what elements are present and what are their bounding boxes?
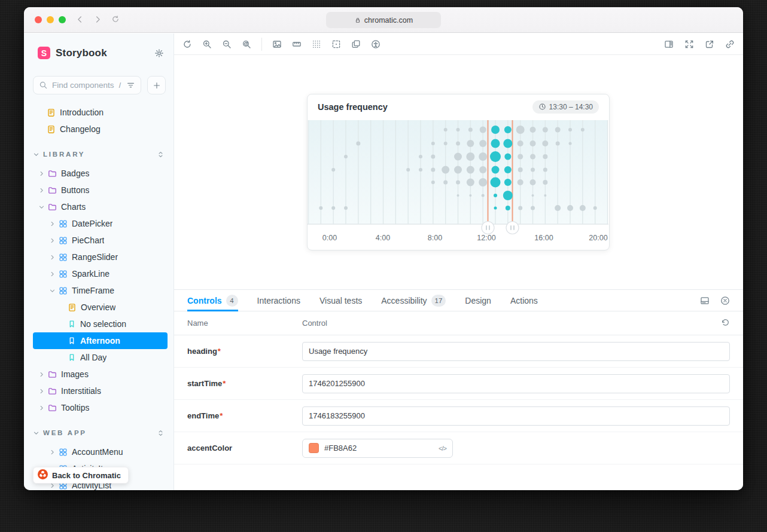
search-icon xyxy=(39,81,48,90)
startTime-input[interactable]: 1746201255900 xyxy=(302,374,730,393)
sidebar-section-library[interactable]: LIBRARY xyxy=(33,146,168,163)
zoom-out-button[interactable] xyxy=(222,39,232,49)
tab-visual-tests[interactable]: Visual tests xyxy=(319,290,362,311)
fullscreen-button[interactable] xyxy=(684,39,694,49)
sidebar-item-label: Introduction xyxy=(60,108,104,117)
usage-dot xyxy=(454,153,462,161)
viewports-button[interactable] xyxy=(351,39,361,49)
endTime-input[interactable]: 1746183255900 xyxy=(302,406,730,426)
create-story-button[interactable] xyxy=(147,76,166,94)
address-bar[interactable]: chromatic.com xyxy=(326,12,441,28)
sidebar-section-web-app[interactable]: WEB APP xyxy=(33,424,168,441)
usage-dot xyxy=(544,194,546,197)
usage-dot xyxy=(457,194,459,197)
usage-dot xyxy=(431,168,435,172)
close-window-button[interactable] xyxy=(35,16,42,23)
usage-dot-selected xyxy=(504,166,512,173)
remount-button[interactable] xyxy=(182,39,192,49)
usage-dot xyxy=(530,154,535,160)
outline-button[interactable] xyxy=(331,39,341,49)
color-value: #FB8A62 xyxy=(324,444,433,452)
backgrounds-button[interactable] xyxy=(272,39,282,49)
minimize-window-button[interactable] xyxy=(47,16,54,23)
filter-icon[interactable] xyxy=(126,81,135,90)
chevron-right-icon[interactable] xyxy=(48,254,56,261)
sidebar-item-overview[interactable]: Overview xyxy=(33,299,168,316)
zoom-window-button[interactable] xyxy=(59,16,66,23)
chevron-right-icon[interactable] xyxy=(48,271,56,277)
sidebar-item-datepicker[interactable]: DatePicker xyxy=(33,215,168,232)
usage-dot xyxy=(442,166,449,174)
usage-dot xyxy=(567,205,573,211)
sidebar-item-tooltips[interactable]: Tooltips xyxy=(33,399,168,416)
color-swatch[interactable] xyxy=(309,443,319,453)
zoom-reset-button[interactable] xyxy=(242,39,251,49)
usage-dot xyxy=(468,128,473,132)
tab-actions[interactable]: Actions xyxy=(510,290,538,311)
close-button[interactable] xyxy=(720,296,730,305)
accentColor-color-input[interactable]: #FB8A62</> xyxy=(302,439,453,458)
grid-button[interactable] xyxy=(312,39,321,49)
forward-icon[interactable] xyxy=(93,15,102,24)
range-slider-handle[interactable] xyxy=(482,222,494,234)
gear-icon[interactable] xyxy=(154,48,164,58)
sidebar-item-afternoon[interactable]: Afternoon xyxy=(33,332,168,349)
panel-button[interactable] xyxy=(664,39,674,49)
chevron-right-icon[interactable] xyxy=(37,371,45,378)
sidebar-item-buttons[interactable]: Buttons xyxy=(33,182,168,198)
reload-icon[interactable] xyxy=(111,15,120,24)
traffic-lights xyxy=(35,16,66,23)
usage-dot xyxy=(543,180,547,185)
url-text: chromatic.com xyxy=(364,16,413,25)
chevron-right-icon[interactable] xyxy=(48,449,56,455)
tab-accessibility[interactable]: Accessibility17 xyxy=(381,290,446,311)
collapse-expand-icon[interactable] xyxy=(157,429,165,437)
chevron-right-icon[interactable] xyxy=(37,170,45,177)
link-button[interactable] xyxy=(725,39,735,49)
sidebar-item-all-day[interactable]: All Day xyxy=(33,349,168,366)
chevron-down-icon[interactable] xyxy=(37,204,45,210)
zoom-in-button[interactable] xyxy=(202,39,212,49)
panel-position-button[interactable] xyxy=(700,296,710,305)
reset-controls-icon[interactable] xyxy=(721,319,730,328)
back-icon[interactable] xyxy=(75,15,84,24)
chevron-right-icon[interactable] xyxy=(37,388,45,395)
sidebar-item-timeframe[interactable]: TimeFrame xyxy=(33,282,168,299)
usage-dot-selected xyxy=(494,194,497,197)
sidebar-item-changelog[interactable]: Changelog xyxy=(33,121,168,137)
usage-dot-selected xyxy=(503,191,513,200)
sidebar-item-interstitials[interactable]: Interstitials xyxy=(33,383,168,399)
sidebar-item-introduction[interactable]: Introduction xyxy=(33,104,168,121)
sidebar-item-badges[interactable]: Badges xyxy=(33,165,168,182)
color-space-toggle-icon[interactable]: </> xyxy=(439,445,446,452)
sidebar-item-accountmenu[interactable]: AccountMenu xyxy=(33,444,168,460)
tab-controls[interactable]: Controls4 xyxy=(187,290,238,311)
chevron-down-icon[interactable] xyxy=(48,288,56,294)
chevron-right-icon[interactable] xyxy=(48,221,56,227)
measure-button[interactable] xyxy=(292,39,302,49)
sidebar-item-label: Tooltips xyxy=(61,403,89,412)
usage-dot xyxy=(581,128,585,132)
sidebar-item-images[interactable]: Images xyxy=(33,366,168,383)
chevron-right-icon[interactable] xyxy=(48,237,56,244)
sidebar-item-sparkline[interactable]: SparkLine xyxy=(33,265,168,282)
sidebar-item-label: Afternoon xyxy=(80,336,120,346)
chevron-right-icon[interactable] xyxy=(37,187,45,194)
new-tab-button[interactable] xyxy=(705,39,714,49)
search-input[interactable]: Find components / xyxy=(33,76,141,94)
range-slider-handle[interactable] xyxy=(506,222,519,234)
sidebar-item-charts[interactable]: Charts xyxy=(33,198,168,215)
sidebar-item-no-selection[interactable]: No selection xyxy=(33,316,168,332)
collapse-expand-icon[interactable] xyxy=(157,151,165,158)
sidebar-item-label: Overview xyxy=(81,302,115,312)
accessibility-button[interactable] xyxy=(371,39,381,49)
tab-interactions[interactable]: Interactions xyxy=(257,290,300,311)
back-to-chromatic-button[interactable]: Back to Chromatic xyxy=(33,467,129,484)
sidebar-item-piechart[interactable]: PieChart xyxy=(33,232,168,249)
preview-iframe: Usage frequency 13:30 – 14:30 0:004:008:… xyxy=(174,55,743,289)
chevron-right-icon[interactable] xyxy=(37,405,45,411)
usage-frequency-chart[interactable]: 0:004:008:0012:0016:0020:00 xyxy=(308,119,609,250)
heading-input[interactable]: Usage frequency xyxy=(302,342,730,361)
sidebar-item-rangeslider[interactable]: RangeSlider xyxy=(33,249,168,265)
tab-design[interactable]: Design xyxy=(465,290,491,311)
